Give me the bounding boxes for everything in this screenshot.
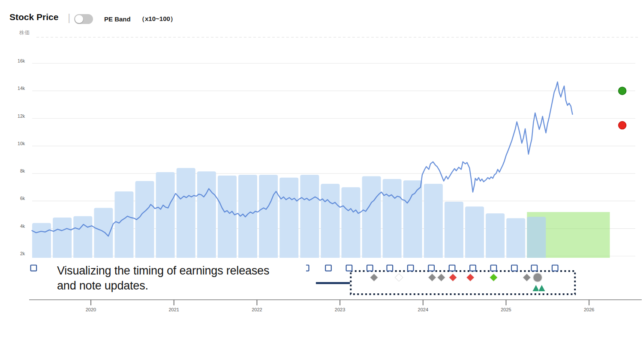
earnings-release-marker[interactable] [449,265,455,271]
earnings-release-marker[interactable] [387,265,393,271]
volume-bar [341,187,360,258]
x-tick-label: 2023 [335,307,345,312]
volume-bar [506,218,525,258]
volume-bar [300,175,319,258]
y-tick-label: 2k [20,251,25,256]
earnings-release-marker[interactable] [367,265,373,271]
y-tick-label: 14k [18,86,25,91]
volume-bar [486,213,505,258]
x-tick-label: 2026 [584,307,594,312]
note-marker-diamond[interactable] [438,274,445,281]
volume-bar [259,175,278,258]
volume-bar [424,184,443,258]
note-marker-diamond[interactable] [395,274,403,281]
note-marker-diamond[interactable] [449,274,457,281]
note-marker-triangle[interactable] [538,285,545,292]
red-dot [619,122,626,129]
note-marker-diamond[interactable] [490,274,497,281]
volume-bar [53,218,72,258]
x-tick-label: 2020 [86,307,96,312]
volume-bar [73,216,92,258]
y-tick-label: 10k [18,141,25,146]
volume-bar [218,176,237,258]
volume-bar [279,178,298,258]
green-dot [619,87,626,95]
y-tick-label: 6k [20,196,25,201]
volume-bar [156,172,175,258]
volume-bar [177,168,195,258]
volume-bar [32,223,51,258]
volume-bar [321,184,340,258]
y-tick-label: 4k [20,224,25,229]
volume-bar [445,202,463,258]
note-marker-circle[interactable] [533,273,542,282]
x-tick-label: 2021 [168,307,179,312]
x-tick-label: 2022 [252,307,262,312]
volume-bar [383,179,402,258]
volume-bar [114,191,133,258]
volume-bar [197,171,216,258]
volume-bar [135,181,154,258]
annotation-line-2: and note updates. [57,278,269,293]
earnings-release-marker[interactable] [346,265,352,271]
y-tick-label: 8k [20,168,25,173]
annotation-line-1: Visualizing the timing of earnings relea… [57,263,269,278]
earnings-release-marker[interactable] [511,265,517,271]
y-axis-title: 株価 [19,30,30,36]
earnings-release-marker[interactable] [491,265,497,271]
earnings-release-marker[interactable] [325,265,331,271]
note-marker-diamond[interactable] [370,274,378,281]
volume-bar [527,217,546,258]
note-marker-diamond[interactable] [467,274,474,281]
earnings-release-marker[interactable] [428,265,434,271]
note-marker-diamond[interactable] [523,274,530,281]
x-tick-label: 2025 [501,307,511,312]
stock-chart-page: Stock Price | PE Band （x10~100） 株価16k14k… [0,0,643,364]
y-tick-label: 12k [18,113,25,119]
x-tick-label: 2024 [418,307,428,312]
volume-bar [362,176,381,258]
earnings-release-marker[interactable] [408,265,414,271]
stock-price-chart: 株価16k14k12k10k8k6k4k2k202020212022202320… [0,0,643,364]
volume-bar [238,175,257,258]
earnings-release-marker[interactable] [470,265,476,271]
volume-bar [403,180,422,258]
y-tick-label: 16k [18,58,25,63]
earnings-release-marker[interactable] [552,265,558,271]
earnings-release-marker[interactable] [532,265,538,271]
earnings-release-marker[interactable] [31,265,37,271]
annotation-note: Visualizing the timing of earnings relea… [57,263,269,293]
volume-bar [465,206,484,258]
note-marker-diamond[interactable] [428,274,436,281]
